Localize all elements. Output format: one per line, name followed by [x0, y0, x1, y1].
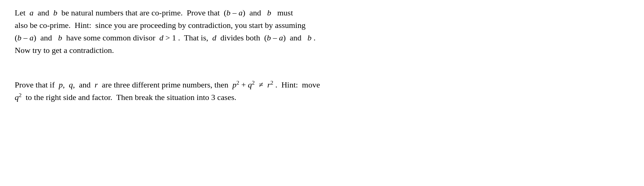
- exp-r2: 2: [271, 79, 273, 86]
- expr-d-gt-1: d > 1: [160, 33, 176, 42]
- paragraph-2: Prove that if p, q, and r are three diff…: [15, 79, 629, 104]
- var-d-1: d: [212, 33, 217, 42]
- var-b-2: b: [267, 8, 271, 17]
- var-r2: r: [267, 80, 271, 89]
- var-p2: p: [232, 80, 236, 89]
- paragraph-1: Let a and b be natural numbers that are …: [15, 7, 629, 57]
- var-b-1: b: [53, 8, 57, 17]
- expr-b-minus-a-3: (b – a): [264, 33, 286, 42]
- var-r: r: [95, 80, 98, 89]
- expr-b-minus-a-1: (b – a): [224, 8, 246, 17]
- var-q2: q: [248, 80, 252, 89]
- exp-p2: 2: [236, 79, 239, 86]
- paragraph-1-text: Let a and b be natural numbers that are …: [15, 7, 629, 57]
- var-p: p: [59, 80, 63, 89]
- expr-b-minus-a-2: (b – a): [15, 33, 36, 42]
- var-b-4: b: [308, 33, 312, 42]
- exp-q2-2: 2: [19, 92, 22, 98]
- exp-q2: 2: [252, 79, 255, 86]
- var-q: q: [69, 80, 73, 89]
- var-q2-2: q: [15, 93, 19, 102]
- content-area: Let a and b be natural numbers that are …: [15, 7, 629, 104]
- var-b-3: b: [58, 33, 62, 42]
- var-a: a: [29, 8, 33, 17]
- paragraph-2-text: Prove that if p, q, and r are three diff…: [15, 79, 629, 104]
